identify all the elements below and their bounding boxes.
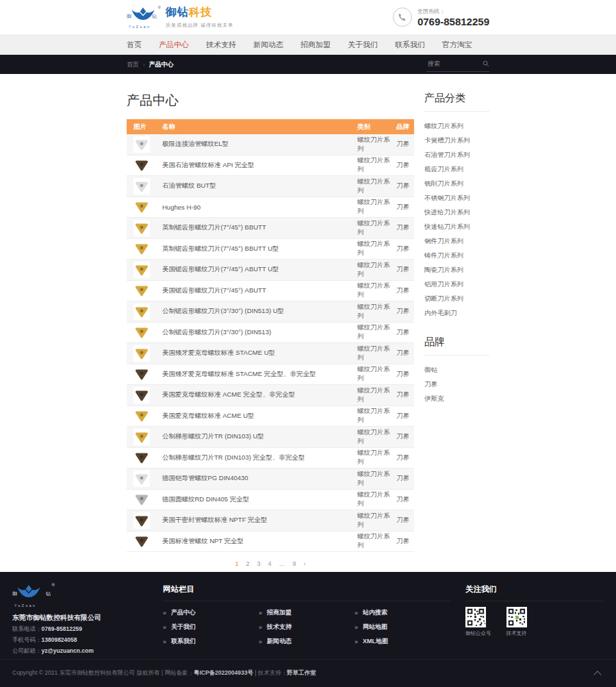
product-name-link[interactable]: 英制锯齿形螺纹刀片(7°/45°) BBUTT	[154, 223, 356, 232]
product-brand-link[interactable]: 刀界	[394, 245, 414, 253]
product-brand-link[interactable]: 刀界	[394, 390, 414, 399]
product-name-link[interactable]: 公制锯齿形螺纹刀片(3°/30°) (DIN513) U型	[154, 307, 356, 316]
nav-item[interactable]: 官方淘宝	[442, 34, 472, 55]
product-category-link[interactable]: 螺纹刀片系列	[356, 386, 394, 404]
product-image[interactable]	[133, 324, 150, 340]
sidebar-brand-link[interactable]: 伊斯克	[424, 392, 489, 406]
sidebar-category-link[interactable]: 梳齿刀片系列	[424, 162, 489, 177]
nav-item[interactable]: 关于我们	[348, 34, 378, 55]
table-row[interactable]: 英制锯齿形螺纹刀片(7°/45°) BBUTT 螺纹刀片系列 刀界	[127, 218, 414, 239]
table-row[interactable]: 石油管螺纹 BUT型 螺纹刀片系列 刀界	[127, 176, 414, 197]
table-row[interactable]: 公制锯齿形螺纹刀片(3°/30°) (DIN513) U型 螺纹刀片系列 刀界	[127, 301, 414, 323]
product-name-link[interactable]: Hughes H-90	[154, 203, 356, 211]
table-row[interactable]: 美国爱克母螺纹标准 ACME 完全型、非完全型 螺纹刀片系列 刀界	[127, 385, 414, 406]
product-brand-link[interactable]: 刀界	[394, 412, 414, 421]
product-brand-link[interactable]: 刀界	[394, 203, 414, 212]
product-category-link[interactable]: 螺纹刀片系列	[356, 219, 394, 237]
sidebar-category-link[interactable]: 快进给刀片系列	[424, 205, 489, 220]
sidebar-category-link[interactable]: 卡簧槽刀片系列	[424, 134, 489, 148]
product-name-link[interactable]: 石油管螺纹 BUT型	[154, 182, 356, 190]
product-image[interactable]	[133, 282, 150, 299]
sidebar-category-link[interactable]: 切断刀片系列	[424, 292, 489, 306]
search-icon[interactable]	[483, 58, 489, 70]
product-name-link[interactable]: 美国石油管螺纹标准 API 完全型	[154, 161, 356, 170]
footer-link[interactable]: »技术支持	[259, 620, 355, 634]
product-image[interactable]	[133, 199, 150, 215]
table-row[interactable]: 美国爱克母螺纹标准 ACME U型 螺纹刀片系列 刀界	[127, 406, 414, 427]
breadcrumb-home-link[interactable]: 首页	[127, 60, 139, 69]
product-image[interactable]	[133, 533, 150, 549]
product-category-link[interactable]: 螺纹刀片系列	[356, 345, 394, 362]
product-name-link[interactable]: 公制梯形螺纹刀片TR (DIN103) 完全型、非完全型	[154, 453, 356, 462]
product-brand-link[interactable]: 刀界	[394, 516, 414, 525]
product-brand-link[interactable]: 刀界	[394, 140, 414, 149]
product-category-link[interactable]: 螺纹刀片系列	[356, 407, 394, 425]
product-name-link[interactable]: 美国标准管螺纹 NPT 完全型	[154, 537, 356, 546]
product-image[interactable]	[133, 366, 150, 382]
product-brand-link[interactable]: 刀界	[394, 537, 414, 546]
nav-item[interactable]: 联系我们	[395, 34, 425, 55]
product-image[interactable]	[133, 303, 150, 320]
footer-link[interactable]: »网站地图	[355, 620, 450, 634]
product-brand-link[interactable]: 刀界	[394, 495, 414, 504]
product-image[interactable]	[133, 178, 150, 195]
sidebar-category-link[interactable]: 不锈钢刀片系列	[424, 191, 489, 205]
table-row[interactable]: 美国石油管螺纹标准 API 完全型 螺纹刀片系列 刀界	[127, 155, 414, 177]
product-image[interactable]	[133, 512, 150, 529]
sidebar-brand-link[interactable]: 御钻	[424, 363, 489, 377]
table-row[interactable]: 德国铠导管螺纹PG DIN40430 螺纹刀片系列 刀界	[127, 469, 414, 490]
table-row[interactable]: 美国矮牙爱克母螺纹标准 STACME U型 螺纹刀片系列 刀界	[127, 343, 414, 364]
product-category-link[interactable]: 螺纹刀片系列	[356, 428, 394, 446]
footer-link[interactable]: »联系我们	[163, 634, 259, 649]
product-category-link[interactable]: 螺纹刀片系列	[356, 136, 394, 153]
product-name-link[interactable]: 美国矮牙爱克母螺纹标准 STACME 完全型、非完全型	[154, 370, 356, 379]
sidebar-category-link[interactable]: 内外毛刺刀	[424, 306, 489, 321]
footer-link[interactable]: »新闻动态	[259, 634, 355, 649]
product-category-link[interactable]: 螺纹刀片系列	[356, 177, 394, 195]
product-brand-link[interactable]: 刀界	[394, 265, 414, 274]
product-image[interactable]	[133, 491, 150, 508]
product-name-link[interactable]: 公制梯形螺纹刀片TR (DIN103) U型	[154, 432, 356, 441]
nav-item[interactable]: 产品中心	[159, 34, 189, 55]
pagination-link[interactable]: 4	[268, 560, 272, 567]
pagination-link[interactable]: ›	[304, 560, 306, 567]
product-category-link[interactable]: 螺纹刀片系列	[356, 156, 394, 174]
product-brand-link[interactable]: 刀界	[394, 349, 414, 358]
product-image[interactable]	[133, 345, 150, 362]
sidebar-brand-link[interactable]: 刀界	[424, 377, 489, 392]
table-row[interactable]: 德国圆螺纹RD DIN405 完全型 螺纹刀片系列 刀界	[127, 490, 414, 511]
table-row[interactable]: 美国标准管螺纹 NPT 完全型 螺纹刀片系列 刀界	[127, 532, 414, 553]
product-name-link[interactable]: 美国锯齿形螺纹刀片(7°/45°) ABUTT	[154, 286, 356, 295]
sidebar-category-link[interactable]: 铸件刀片系列	[424, 249, 489, 263]
product-brand-link[interactable]: 刀界	[394, 370, 414, 379]
product-name-link[interactable]: 美国矮牙爱克母螺纹标准 STACME U型	[154, 349, 356, 358]
sidebar-category-link[interactable]: 陶瓷刀片系列	[424, 263, 489, 277]
sidebar-category-link[interactable]: 钢件刀片系列	[424, 234, 489, 249]
search-input[interactable]	[426, 60, 483, 68]
back-to-top-button[interactable]	[591, 669, 604, 678]
product-brand-link[interactable]: 刀界	[394, 307, 414, 316]
table-row[interactable]: 公制锯齿形螺纹刀片(3°/30°) (DIN513) 螺纹刀片系列 刀界	[127, 323, 414, 344]
product-image[interactable]	[133, 471, 150, 487]
product-name-link[interactable]: 美国干密封管螺纹标准 NPTF 完全型	[154, 516, 356, 525]
product-category-link[interactable]: 螺纹刀片系列	[356, 282, 394, 299]
footer-link[interactable]: »产品中心	[163, 605, 259, 620]
pagination-link[interactable]: 2	[246, 560, 249, 567]
product-name-link[interactable]: 极限连接油管螺纹EL型	[154, 140, 356, 149]
nav-item[interactable]: 技术支持	[206, 34, 236, 55]
product-brand-link[interactable]: 刀界	[394, 161, 414, 170]
product-image[interactable]	[133, 136, 150, 153]
nav-item[interactable]: 首页	[127, 34, 142, 55]
product-brand-link[interactable]: 刀界	[394, 453, 414, 462]
product-name-link[interactable]: 德国铠导管螺纹PG DIN40430	[154, 474, 356, 483]
product-category-link[interactable]: 螺纹刀片系列	[356, 261, 394, 279]
table-row[interactable]: 美国锯齿形螺纹刀片(7°/45°) ABUTT 螺纹刀片系列 刀界	[127, 281, 414, 302]
footer-link[interactable]: »关于我们	[163, 620, 259, 634]
product-name-link[interactable]: 公制锯齿形螺纹刀片(3°/30°) (DIN513)	[154, 328, 356, 337]
table-row[interactable]: 英制锯齿形螺纹刀片(7°/45°) BBUTT U型 螺纹刀片系列 刀界	[127, 239, 414, 260]
table-row[interactable]: Hughes H-90 螺纹刀片系列 刀界	[127, 197, 414, 218]
product-image[interactable]	[133, 387, 150, 403]
product-category-link[interactable]: 螺纹刀片系列	[356, 470, 394, 488]
footer-link[interactable]: »招商加盟	[259, 605, 355, 620]
pagination-link[interactable]: 9	[293, 560, 296, 567]
